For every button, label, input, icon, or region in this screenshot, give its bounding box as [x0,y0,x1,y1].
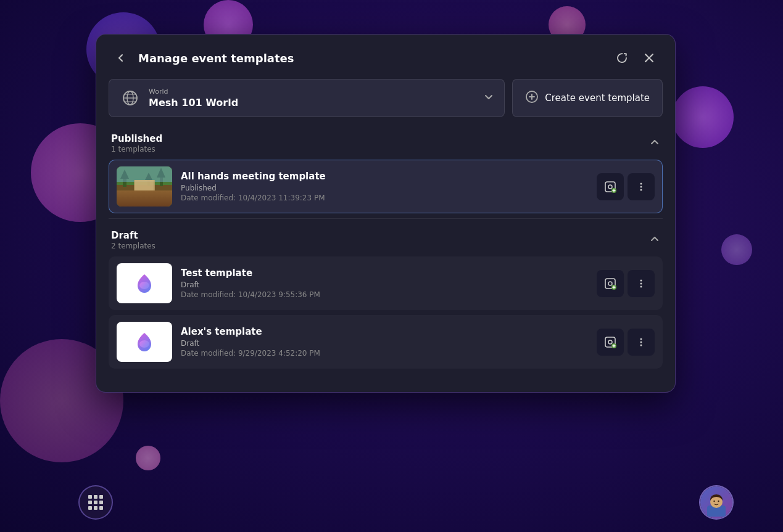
world-info: World Mesh 101 World [149,88,476,108]
decorative-blob-5 [672,86,734,148]
decorative-blob-7 [721,234,752,265]
avatar [700,486,732,518]
template-item-alexs[interactable]: Alex's template Draft Date modified: 9/2… [109,315,663,369]
world-label: World [149,88,476,96]
svg-point-16 [608,185,612,189]
dialog-header: Manage event templates [96,35,675,79]
template-status-all-hands: Published [181,184,597,192]
template-date-alexs: Date modified: 9/29/2023 4:52:20 PM [181,349,597,358]
published-count: 1 templates [111,145,162,153]
template-info-all-hands: All hands meeting template Published Dat… [181,171,597,202]
template-thumbnail-test [117,263,172,303]
template-name-all-hands: All hands meeting template [181,171,597,182]
template-more-button-test[interactable] [628,270,655,297]
world-globe-icon [119,87,141,109]
svg-point-22 [139,282,149,289]
chevron-down-icon [483,91,494,105]
close-icon [644,53,654,63]
svg-point-32 [608,340,612,344]
back-icon [115,52,126,63]
svg-point-24 [608,282,612,285]
template-manage-button-all-hands[interactable] [597,173,624,200]
svg-point-20 [640,189,642,190]
top-row: World Mesh 101 World Create event templa… [96,79,675,117]
svg-point-26 [640,279,642,281]
avatar-button[interactable] [699,485,734,520]
manage-templates-dialog: Manage event templates [96,34,676,393]
draft-collapse-icon [649,234,660,247]
template-date-all-hands: Date modified: 10/4/2023 11:39:23 PM [181,194,597,202]
published-collapse-icon [649,137,660,150]
back-button[interactable] [111,48,131,68]
draft-title: Draft [111,230,155,241]
template-thumbnail-all-hands [117,166,172,207]
template-actions-test [597,270,655,297]
svg-point-39 [713,501,715,502]
published-title: Published [111,133,162,144]
dialog-title: Manage event templates [138,52,611,65]
create-event-template-button[interactable]: Create event template [512,79,663,117]
world-name: Mesh 101 World [149,97,476,108]
template-date-test: Date modified: 10/4/2023 9:55:36 PM [181,290,597,299]
template-status-alexs: Draft [181,339,597,348]
refresh-button[interactable] [611,47,633,69]
draft-count: 2 templates [111,242,155,250]
create-button-label: Create event template [545,92,650,104]
svg-rect-11 [117,166,172,182]
template-item-all-hands[interactable]: All hands meeting template Published Dat… [109,160,663,213]
svg-point-27 [640,282,642,284]
template-manage-button-test[interactable] [597,270,624,297]
svg-point-12 [126,194,163,200]
section-divider [109,218,663,219]
draft-section-header[interactable]: Draft 2 templates [109,224,663,256]
draft-section: Draft 2 templates [96,224,675,369]
close-button[interactable] [638,47,660,69]
svg-point-40 [718,501,719,502]
template-status-test: Draft [181,280,597,289]
template-name-test: Test template [181,268,597,279]
template-name-alexs: Alex's template [181,326,597,337]
svg-point-35 [640,341,642,343]
logo-thumbnail-alexs [117,322,172,362]
apps-button[interactable] [78,485,113,520]
template-actions-alexs [597,329,655,356]
apps-grid-icon [88,495,103,510]
decorative-blob-9 [136,446,160,470]
plus-circle-icon [525,90,539,107]
draft-title-group: Draft 2 templates [111,230,155,250]
template-info-test: Test template Draft Date modified: 10/4/… [181,268,597,299]
template-more-button-all-hands[interactable] [628,173,655,200]
svg-point-19 [640,186,642,187]
svg-point-28 [640,285,642,287]
published-title-group: Published 1 templates [111,133,162,153]
svg-point-30 [139,340,149,348]
refresh-icon [616,52,628,64]
scene-thumbnail [117,166,172,207]
template-info-alexs: Alex's template Draft Date modified: 9/2… [181,326,597,358]
svg-rect-14 [135,180,154,192]
world-selector[interactable]: World Mesh 101 World [109,79,505,117]
published-section-header[interactable]: Published 1 templates [109,127,663,160]
logo-thumbnail-test [117,263,172,303]
template-more-button-alexs[interactable] [628,329,655,356]
template-manage-button-alexs[interactable] [597,329,624,356]
template-thumbnail-alexs [117,322,172,362]
template-actions-all-hands [597,173,655,200]
template-item-test[interactable]: Test template Draft Date modified: 10/4/… [109,256,663,310]
svg-point-18 [640,182,642,184]
header-actions [611,47,660,69]
published-section: Published 1 templates [96,127,675,213]
svg-point-34 [640,338,642,340]
svg-point-36 [640,344,642,346]
